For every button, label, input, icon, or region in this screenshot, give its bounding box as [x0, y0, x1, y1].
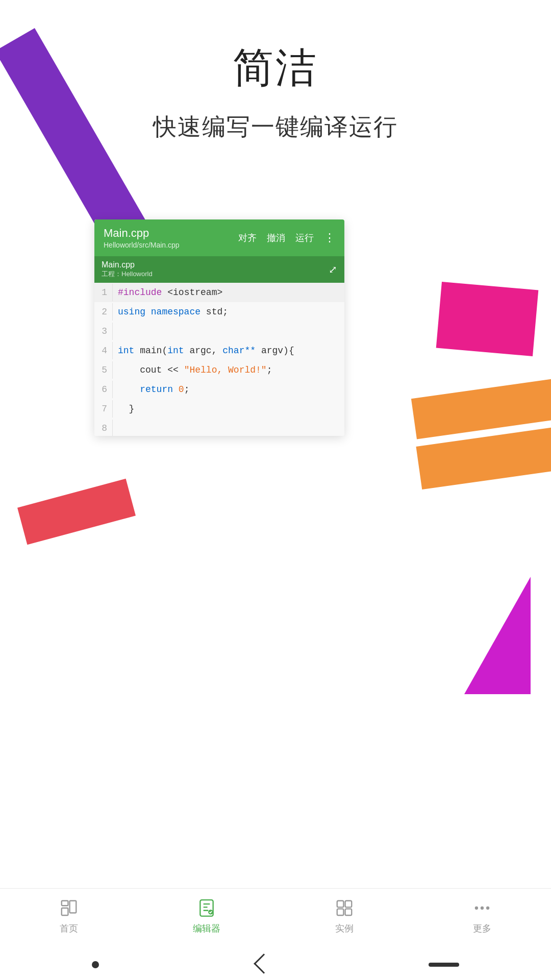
nav-item-editor[interactable]: 编辑器 — [138, 897, 276, 935]
line-content-1: #include <iostream> — [118, 284, 222, 301]
code-line-2: 2 using namespace std; — [94, 302, 344, 322]
line-num-3: 3 — [94, 323, 113, 340]
page-title: 简洁 — [0, 41, 551, 96]
svg-point-11 — [481, 906, 484, 910]
line-content-6: return 0; — [118, 381, 189, 398]
svg-rect-1 — [62, 908, 68, 915]
svg-rect-6 — [337, 901, 344, 908]
undo-button[interactable]: 撤消 — [267, 232, 285, 244]
line-content-4: int main(int argc, char** argv){ — [118, 342, 294, 359]
svg-rect-7 — [345, 901, 352, 908]
editor-tab-bar: Main.cpp 工程：Helloworld ⤢ — [94, 256, 344, 283]
line-content-7: } — [118, 400, 134, 418]
editor-tab-project: 工程：Helloworld — [102, 270, 153, 279]
decoration-orange-rect1 — [411, 378, 551, 439]
nav-label-home: 首页 — [60, 922, 78, 935]
editor-tab-name[interactable]: Main.cpp — [102, 260, 153, 270]
decoration-orange-rect2 — [416, 427, 551, 489]
code-line-6: 6 return 0; — [94, 380, 344, 399]
code-line-1: 1 #include <iostream> — [94, 283, 344, 302]
examples-icon — [333, 897, 356, 919]
line-num-6: 6 — [94, 381, 113, 398]
nav-label-examples: 实例 — [335, 922, 354, 935]
editor-toolbar: Main.cpp Helloworld/src/Main.cpp 对齐 撤消 运… — [94, 219, 344, 256]
decoration-magenta-triangle — [464, 577, 531, 694]
code-line-3: 3 — [94, 322, 344, 341]
system-dot — [92, 961, 99, 968]
line-num-2: 2 — [94, 303, 113, 321]
code-line-4: 4 int main(int argc, char** argv){ — [94, 341, 344, 360]
code-line-5: 5 cout << "Hello, World!"; — [94, 360, 344, 380]
editor-filepath: Helloworld/src/Main.cpp — [104, 241, 180, 249]
svg-rect-0 — [62, 901, 68, 906]
editor-nav-icon — [195, 897, 218, 919]
line-num-8: 8 — [94, 420, 113, 436]
system-home-button[interactable] — [429, 963, 459, 967]
more-nav-icon — [471, 897, 493, 919]
run-button[interactable]: 运行 — [295, 232, 314, 244]
line-num-1: 1 — [94, 284, 113, 301]
home-icon — [58, 897, 80, 919]
nav-item-more[interactable]: 更多 — [413, 897, 551, 935]
system-nav-bar — [0, 949, 551, 980]
editor-title-group: Main.cpp Helloworld/src/Main.cpp — [104, 227, 180, 249]
line-num-5: 5 — [94, 361, 113, 379]
svg-rect-8 — [337, 909, 344, 916]
nav-label-editor: 编辑器 — [193, 922, 220, 935]
line-num-7: 7 — [94, 400, 113, 418]
expand-icon[interactable]: ⤢ — [329, 263, 337, 276]
line-num-4: 4 — [94, 342, 113, 359]
svg-rect-2 — [70, 901, 77, 913]
editor-tab-info: Main.cpp 工程：Helloworld — [102, 260, 153, 279]
page-subtitle: 快速编写一键编译运行 — [0, 111, 551, 143]
bottom-nav: 首页 编辑器 实例 — [0, 888, 551, 949]
decoration-pink-rect — [436, 282, 539, 356]
editor-card: Main.cpp Helloworld/src/Main.cpp 对齐 撤消 运… — [94, 219, 344, 436]
editor-toolbar-actions: 对齐 撤消 运行 ⋮ — [238, 231, 335, 244]
code-editor-area[interactable]: 1 #include <iostream> 2 using namespace … — [94, 283, 344, 436]
nav-item-home[interactable]: 首页 — [0, 897, 138, 935]
svg-rect-9 — [345, 909, 352, 916]
nav-item-examples[interactable]: 实例 — [276, 897, 413, 935]
code-line-7: 7 } — [94, 399, 344, 419]
line-content-2: using namespace std; — [118, 303, 228, 321]
editor-filename: Main.cpp — [104, 227, 180, 240]
decoration-red-rect — [17, 479, 136, 545]
line-content-5: cout << "Hello, World!"; — [118, 361, 272, 379]
code-line-8: 8 — [94, 419, 344, 436]
svg-point-10 — [475, 906, 478, 910]
more-icon[interactable]: ⋮ — [324, 231, 335, 244]
nav-label-more: 更多 — [473, 922, 491, 935]
system-back-button[interactable] — [254, 953, 274, 974]
svg-point-12 — [486, 906, 489, 910]
align-button[interactable]: 对齐 — [238, 232, 257, 244]
